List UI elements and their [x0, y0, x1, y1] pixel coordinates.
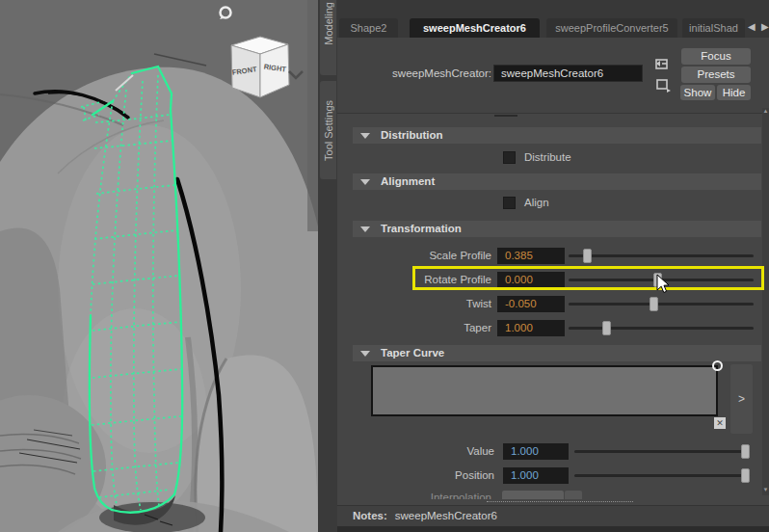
align-label: Align — [524, 197, 549, 208]
slider-handle[interactable] — [741, 444, 750, 459]
slider-handle[interactable] — [583, 249, 592, 263]
twist-label: Twist — [466, 298, 491, 309]
interpolation-dropdown[interactable] — [502, 491, 564, 499]
tool-settings-label: Tool Settings — [323, 100, 334, 161]
slider-handle[interactable] — [650, 297, 658, 311]
curve-point[interactable] — [712, 360, 723, 371]
position-slider[interactable] — [574, 467, 750, 484]
tab-scroll-left-icon[interactable]: ◀ — [748, 21, 756, 32]
attribute-editor-panel: Shape2 sweepMeshCreator6 sweepProfileCon… — [337, 0, 769, 532]
interpolation-menu-button[interactable] — [565, 491, 582, 499]
view-cube[interactable]: FRONT RIGHT — [0, 0, 318, 106]
clipped-widget-fragment — [494, 115, 517, 117]
copy-tab-icon[interactable] — [652, 56, 671, 73]
twist-slider[interactable] — [569, 296, 754, 312]
scale-profile-slider[interactable] — [569, 248, 754, 264]
notes-label: Notes: — [353, 510, 387, 521]
clipped-interpolation-row: Interpolation — [337, 488, 769, 499]
camera-home-icon[interactable] — [220, 8, 231, 20]
node-header: sweepMeshCreator: sweepMeshCreator6 Focu… — [337, 38, 769, 114]
align-checkbox[interactable] — [503, 197, 516, 209]
section-transformation[interactable]: Transformation — [353, 221, 761, 237]
hide-button[interactable]: Hide — [717, 85, 751, 100]
tab-shape2[interactable]: Shape2 — [339, 18, 398, 38]
value-slider[interactable] — [574, 443, 750, 460]
mouse-cursor — [655, 274, 671, 295]
position-field[interactable]: 1.000 — [503, 467, 569, 484]
focus-button[interactable]: Focus — [681, 48, 751, 65]
section-taper-curve[interactable]: Taper Curve — [353, 345, 761, 361]
collapse-triangle-icon — [360, 133, 370, 139]
node-tab-bar: Shape2 sweepMeshCreator6 sweepProfileCon… — [337, 0, 769, 38]
collapse-triangle-icon — [360, 226, 370, 232]
value-label: Value — [466, 445, 494, 457]
collapse-triangle-icon — [360, 179, 370, 185]
notes-value: sweepMeshCreator6 — [395, 510, 497, 521]
viewport-3d[interactable]: FRONT RIGHT — [0, 0, 318, 532]
section-distribution[interactable]: Distribution — [353, 127, 761, 144]
notes-bar: Notes:sweepMeshCreator6 — [337, 505, 769, 526]
sidebar-tab-tool-settings[interactable]: Tool Settings — [320, 81, 336, 179]
distribute-label: Distribute — [524, 151, 571, 163]
modeling-toolkit-label: Modeling Toolkit — [323, 0, 334, 44]
slider-handle[interactable] — [602, 321, 611, 335]
presets-button[interactable]: Presets — [681, 66, 751, 83]
chevron-down-icon[interactable] — [289, 71, 303, 78]
notes-divider — [487, 501, 633, 502]
twist-field[interactable]: -0.050 — [497, 296, 565, 312]
tab-sweepprofileconverter5[interactable]: sweepProfileConverter5 — [546, 18, 677, 38]
node-name-input[interactable]: sweepMeshCreator6 — [493, 65, 643, 82]
tear-off-copy-icon[interactable] — [653, 76, 672, 93]
sidebar-tab-modeling-toolkit[interactable]: Modeling Toolkit — [320, 0, 336, 75]
taper-slider[interactable] — [569, 320, 754, 336]
section-alignment[interactable]: Alignment — [353, 173, 761, 190]
show-button[interactable]: Show — [680, 85, 715, 100]
scrollbar-track[interactable] — [762, 108, 769, 495]
tab-initialshadinggroup[interactable]: initialShad — [682, 18, 745, 38]
scale-profile-label: Scale Profile — [429, 250, 491, 261]
collapse-triangle-icon — [360, 351, 370, 357]
interpolation-label: Interpolation — [431, 492, 491, 499]
distribute-checkbox[interactable] — [503, 151, 516, 164]
curve-delete-icon[interactable]: ✕ — [714, 417, 726, 429]
attribute-scroll-area: Distribution Distribute Alignment Align … — [337, 114, 769, 505]
position-label: Position — [455, 469, 494, 481]
taper-curve-editor[interactable] — [371, 365, 718, 416]
value-field[interactable]: 1.000 — [503, 443, 569, 460]
curve-expand-button[interactable]: > — [730, 364, 753, 434]
tab-scroll-right-icon[interactable]: ▶ — [761, 21, 769, 32]
rotate-profile-highlight — [412, 266, 764, 290]
slider-handle[interactable] — [741, 468, 750, 483]
scale-profile-field[interactable]: 0.385 — [497, 248, 565, 264]
tab-sweepmeshcreator6[interactable]: sweepMeshCreator6 — [410, 18, 540, 38]
scrollbar-up-icon[interactable]: ▲ — [762, 108, 769, 114]
scrollbar-down-icon[interactable]: ▼ — [762, 487, 769, 492]
taper-field[interactable]: 1.000 — [497, 320, 565, 336]
panel-footer — [337, 526, 769, 532]
node-type-label: sweepMeshCreator: — [392, 67, 491, 79]
taper-label: Taper — [464, 322, 491, 333]
side-tab-strip: Modeling Toolkit Tool Settings — [318, 0, 337, 532]
